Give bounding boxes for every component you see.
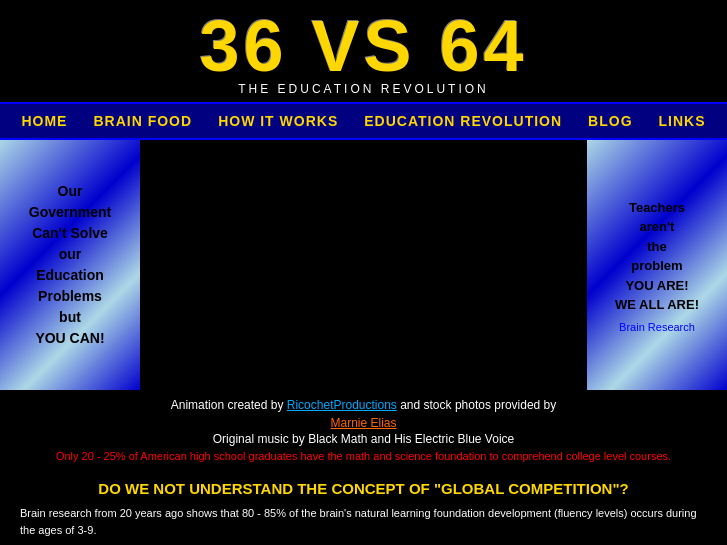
info-section: Animation created by RicochetProductions… — [0, 390, 727, 470]
left-line3: Can't Solve — [32, 225, 108, 241]
left-line4: our — [59, 246, 82, 262]
nav-home[interactable]: HOME — [8, 108, 80, 134]
photo-link[interactable]: Marnie Elias — [330, 416, 396, 430]
article-title: DO WE NOT UNDERSTAND THE CONCEPT OF "GLO… — [20, 480, 707, 497]
header: 36 VS 64 THE EDUCATION REVOLUTION — [0, 0, 727, 102]
left-line7: but — [59, 309, 81, 325]
right-line3: the — [647, 239, 667, 254]
main-content: Our Government Can't Solve our Education… — [0, 140, 727, 390]
animation-text: Animation created by — [171, 398, 287, 412]
nav-brain-food[interactable]: BRAIN FOOD — [80, 108, 205, 134]
music-text: Original music by Black Math and His Ele… — [213, 432, 514, 446]
left-line8: YOU CAN! — [35, 330, 104, 346]
right-line2: aren't — [640, 219, 675, 234]
left-text: Our Government Can't Solve our Education… — [29, 181, 111, 349]
left-line5: Education — [36, 267, 104, 283]
right-line1: Teachers — [629, 200, 685, 215]
right-line4: problem — [631, 258, 682, 273]
right-text: Teachers aren't the problem YOU ARE! WE … — [615, 198, 699, 315]
nav-blog[interactable]: BLOG — [575, 108, 645, 134]
main-title: 36 VS 64 — [0, 10, 727, 82]
right-line5: YOU ARE! — [625, 278, 688, 293]
animation-credits: Animation created by RicochetProductions… — [20, 398, 707, 412]
stock-text: and stock photos provided by — [397, 398, 556, 412]
left-panel: Our Government Can't Solve our Education… — [0, 140, 140, 390]
warning-text: Only 20 - 25% of American high school gr… — [20, 450, 707, 462]
animation-link[interactable]: RicochetProductions — [287, 398, 397, 412]
left-line2: Government — [29, 204, 111, 220]
article-body: Brain research from 20 years ago shows t… — [20, 505, 707, 538]
right-panel: Teachers aren't the problem YOU ARE! WE … — [587, 140, 727, 390]
navbar: HOME BRAIN FOOD HOW IT WORKS EDUCATION R… — [0, 102, 727, 140]
right-line6: WE ALL ARE! — [615, 297, 699, 312]
left-line6: Problems — [38, 288, 102, 304]
center-panel — [140, 140, 587, 390]
article-section: DO WE NOT UNDERSTAND THE CONCEPT OF "GLO… — [0, 470, 727, 545]
nav-education-revolution[interactable]: EDUCATION REVOLUTION — [351, 108, 575, 134]
left-line1: Our — [58, 183, 83, 199]
right-subtext: Brain Research — [619, 321, 695, 333]
nav-links[interactable]: LINKS — [646, 108, 719, 134]
nav-how-it-works[interactable]: HOW IT WORKS — [205, 108, 351, 134]
subtitle: THE EDUCATION REVOLUTION — [0, 82, 727, 96]
